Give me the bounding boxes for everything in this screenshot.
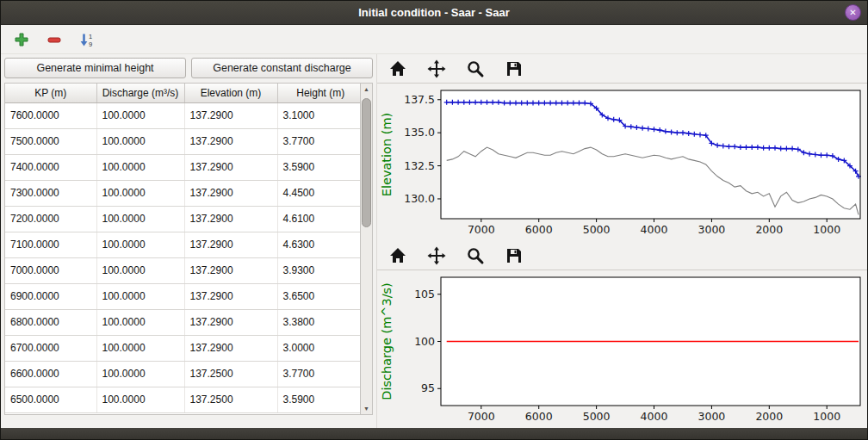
- table-cell[interactable]: 137.2900: [184, 283, 277, 309]
- table-cell[interactable]: 100.0000: [96, 309, 184, 335]
- svg-text:6000: 6000: [525, 410, 553, 423]
- table-row[interactable]: 6500.0000100.0000137.25003.5900: [5, 387, 360, 412]
- table-cell[interactable]: 100.0000: [96, 128, 184, 154]
- column-header-kp[interactable]: KP (m): [5, 84, 96, 102]
- table-row[interactable]: 7500.0000100.0000137.29003.7700: [5, 128, 360, 154]
- svg-text:5000: 5000: [583, 410, 611, 423]
- elevation-chart-svg[interactable]: 7000600050004000300020001000137.5135.013…: [377, 84, 867, 241]
- discharge-plot[interactable]: 700060005000400030002000100010510095Disc…: [377, 270, 867, 428]
- table-cell[interactable]: 100.0000: [96, 283, 184, 309]
- table-cell[interactable]: 7400.0000: [5, 154, 96, 180]
- table-cell[interactable]: 137.2900: [184, 232, 277, 257]
- column-header-discharge[interactable]: Discharge (m³/s): [96, 84, 184, 102]
- sort-button[interactable]: 1 9: [75, 28, 99, 52]
- table-cell[interactable]: 137.2500: [184, 387, 277, 412]
- table-cell[interactable]: 100.0000: [96, 102, 184, 128]
- pan-button[interactable]: [425, 244, 449, 268]
- discharge-chart-svg[interactable]: 700060005000400030002000100010510095Disc…: [377, 270, 867, 428]
- scroll-down-arrow[interactable]: ▼: [361, 403, 372, 414]
- table-cell[interactable]: 6800.0000: [5, 309, 96, 335]
- table-cell[interactable]: 7100.0000: [5, 232, 96, 257]
- table-row[interactable]: 7000.0000100.0000137.29003.9300: [5, 257, 360, 283]
- svg-text:6000: 6000: [525, 223, 553, 236]
- table-cell[interactable]: 3.9300: [277, 257, 360, 283]
- table-cell[interactable]: 100.0000: [96, 387, 184, 412]
- table-cell[interactable]: 4.6100: [277, 206, 360, 232]
- table-cell[interactable]: 6900.0000: [5, 283, 96, 309]
- table-cell[interactable]: 100.0000: [96, 206, 184, 232]
- svg-text:Discharge (m^3/s): Discharge (m^3/s): [380, 282, 394, 400]
- table-cell[interactable]: 3.7700: [277, 128, 360, 154]
- title-bar[interactable]: Initial condition - Saar - Saar ✕: [1, 1, 867, 25]
- table-row[interactable]: 7400.0000100.0000137.29003.5900: [5, 154, 360, 180]
- table-cell[interactable]: 100.0000: [96, 335, 184, 361]
- remove-row-button[interactable]: [42, 28, 66, 52]
- table-cell[interactable]: 137.2900: [184, 335, 277, 361]
- column-header-elevation[interactable]: Elevation (m): [184, 84, 277, 102]
- table-cell[interactable]: 3.1000: [277, 102, 360, 128]
- table-cell[interactable]: 7000.0000: [5, 257, 96, 283]
- scroll-up-arrow[interactable]: ▲: [361, 84, 372, 95]
- table-cell[interactable]: 7500.0000: [5, 128, 96, 154]
- close-button[interactable]: ✕: [845, 4, 861, 21]
- table-cell[interactable]: 137.2900: [184, 257, 277, 283]
- scrollbar-trough[interactable]: [361, 95, 372, 403]
- table-cell[interactable]: 100.0000: [96, 180, 184, 206]
- save-button[interactable]: [502, 57, 526, 81]
- save-button[interactable]: [502, 244, 526, 268]
- elevation-plot[interactable]: 7000600050004000300020001000137.5135.013…: [377, 84, 867, 241]
- table-cell[interactable]: 7200.0000: [5, 206, 96, 232]
- table-row[interactable]: 7100.0000100.0000137.29004.6300: [5, 232, 360, 257]
- discharge-plot-section: 700060005000400030002000100010510095Disc…: [377, 241, 867, 428]
- table-cell[interactable]: 137.2900: [184, 102, 277, 128]
- table-row[interactable]: 7200.0000100.0000137.29004.6100: [5, 206, 360, 232]
- table-cell[interactable]: 3.7700: [277, 361, 360, 387]
- table-row[interactable]: 6600.0000100.0000137.25003.7700: [5, 361, 360, 387]
- table-cell[interactable]: 100.0000: [96, 257, 184, 283]
- table-cell[interactable]: 3.5900: [277, 387, 360, 412]
- zoom-button[interactable]: [463, 57, 487, 81]
- table-row[interactable]: 7600.0000100.0000137.29003.1000: [5, 102, 360, 128]
- table-cell[interactable]: 137.2900: [184, 309, 277, 335]
- generate-minimal-height-button[interactable]: Generate minimal height: [4, 58, 186, 78]
- pan-icon: [427, 246, 446, 265]
- table-row[interactable]: 6800.0000100.0000137.29003.3800: [5, 309, 360, 335]
- table-cell[interactable]: 137.2500: [184, 361, 277, 387]
- table-cell[interactable]: 7300.0000: [5, 180, 96, 206]
- table-cell[interactable]: 3.6500: [277, 283, 360, 309]
- pan-button[interactable]: [425, 57, 449, 81]
- table-cell[interactable]: 4.6300: [277, 232, 360, 257]
- table-cell[interactable]: 6500.0000: [5, 387, 96, 412]
- table-cell[interactable]: 6700.0000: [5, 335, 96, 361]
- save-icon: [505, 59, 524, 78]
- table-cell[interactable]: 137.2900: [184, 180, 277, 206]
- svg-text:7000: 7000: [468, 223, 495, 236]
- scrollbar-thumb[interactable]: [362, 98, 371, 227]
- table-cell[interactable]: 6600.0000: [5, 361, 96, 387]
- table-row[interactable]: 7300.0000100.0000137.29004.4500: [5, 180, 360, 206]
- table-cell[interactable]: 4.4500: [277, 180, 360, 206]
- table-cell[interactable]: 3.5900: [277, 154, 360, 180]
- table-row[interactable]: 6900.0000100.0000137.29003.6500: [5, 283, 360, 309]
- elevation-plot-section: 7000600050004000300020001000137.5135.013…: [377, 54, 867, 241]
- zoom-icon: [466, 246, 485, 265]
- svg-text:130.0: 130.0: [404, 192, 435, 205]
- home-button[interactable]: [386, 244, 410, 268]
- table-row[interactable]: 6700.0000100.0000137.29003.0000: [5, 335, 360, 361]
- table-cell[interactable]: 100.0000: [96, 232, 184, 257]
- home-button[interactable]: [386, 57, 410, 81]
- generate-constant-discharge-button[interactable]: Generate constant discharge: [191, 58, 373, 78]
- add-row-button[interactable]: [9, 28, 34, 52]
- table-scrollbar[interactable]: ▲ ▼: [360, 84, 372, 414]
- table-cell[interactable]: 137.2900: [184, 154, 277, 180]
- table-cell[interactable]: 3.3800: [277, 309, 360, 335]
- zoom-button[interactable]: [463, 244, 487, 268]
- svg-text:3000: 3000: [698, 410, 726, 423]
- table-cell[interactable]: 137.2900: [184, 128, 277, 154]
- column-header-height[interactable]: Height (m): [277, 84, 360, 102]
- table-cell[interactable]: 100.0000: [96, 154, 184, 180]
- table-cell[interactable]: 137.2900: [184, 206, 277, 232]
- table-cell[interactable]: 3.0000: [277, 335, 360, 361]
- table-cell[interactable]: 100.0000: [96, 361, 184, 387]
- table-cell[interactable]: 7600.0000: [5, 102, 96, 128]
